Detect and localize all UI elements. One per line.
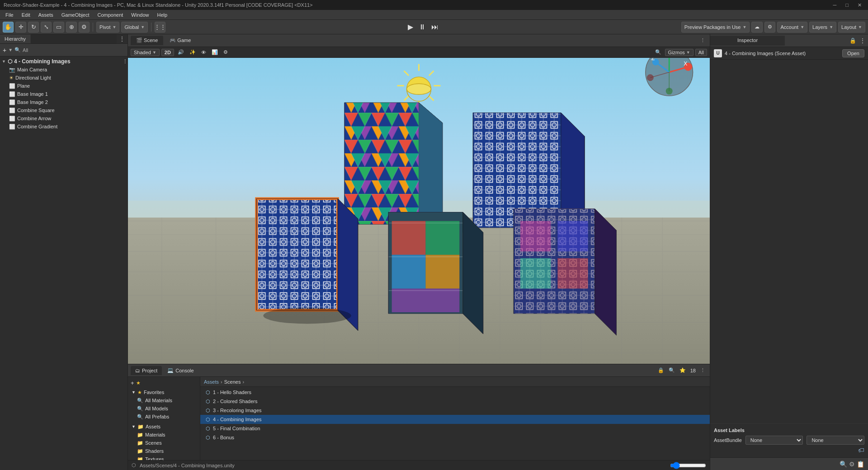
hierarchy-dropdown-btn[interactable]: ▼ [8, 47, 13, 52]
hierarchy-item-combine-gradient[interactable]: ⬜ Combine Gradient [0, 122, 127, 131]
pivot-chevron: ▼ [112, 25, 116, 29]
hierarchy-item-combine-square[interactable]: ⬜ Combine Square [0, 106, 127, 114]
menu-help[interactable]: Help [153, 11, 171, 19]
assets-shaders[interactable]: 📁 Shaders [128, 447, 200, 455]
project-breadcrumb: Assets › Scenes › [200, 377, 710, 387]
menu-edit[interactable]: Edit [18, 11, 34, 19]
menu-window[interactable]: Window [127, 11, 152, 19]
scene-options-btn[interactable]: ⋮ [123, 59, 127, 65]
assets-scenes[interactable]: 📁 Scenes [128, 439, 200, 447]
assets-materials[interactable]: 📁 Materials [128, 431, 200, 439]
scale-tool[interactable]: ⤡ [41, 22, 52, 33]
scene-stats-btn[interactable]: 📊 [210, 48, 220, 56]
inspector-bottom-icon-3[interactable]: 📋 [857, 461, 864, 468]
hierarchy-item-main-camera[interactable]: 📷 Main Camera [0, 66, 127, 74]
console-tab[interactable]: 💻 Console [163, 366, 198, 375]
scene-visibility-btn[interactable]: 👁 [199, 49, 208, 56]
2d-toggle[interactable]: 2D [161, 49, 174, 56]
snap-tool[interactable]: ⋮⋮ [155, 22, 165, 33]
audio-btn[interactable]: 🔊 [176, 48, 186, 56]
breadcrumb-scenes[interactable]: Scenes [224, 379, 241, 385]
hierarchy-item-base-image-2[interactable]: ⬜ Base Image 2 [0, 98, 127, 106]
favorites-all-materials[interactable]: 🔍 All Materials [128, 396, 200, 404]
inspector-options-btn[interactable]: ⋮ [857, 38, 868, 44]
menu-assets[interactable]: Assets [35, 11, 57, 19]
global-dropdown[interactable]: Global ▼ [121, 22, 148, 33]
scene-icon-5: ⬡ [206, 426, 210, 432]
services-button[interactable]: ⚙ [764, 22, 775, 33]
cloud-button[interactable]: ☁ [751, 22, 763, 33]
transform-tool[interactable]: ⊕ [66, 22, 77, 33]
rotate-tool[interactable]: ↻ [28, 22, 39, 33]
scene-file-6[interactable]: ⬡ 6 - Bonus [200, 433, 710, 442]
titlebar-controls[interactable]: ─ □ ✕ [830, 2, 864, 8]
hierarchy-add-btn[interactable]: + [3, 47, 6, 54]
layers-dropdown[interactable]: Layers ▼ [809, 22, 836, 33]
pause-button[interactable]: ⏸ [417, 23, 428, 31]
open-scene-button[interactable]: Open [842, 49, 864, 57]
project-lock-btn[interactable]: 🔒 [656, 367, 666, 374]
scene-file-3[interactable]: ⬡ 3 - Recoloring Images [200, 406, 710, 415]
project-search-btn[interactable]: 🔍 [667, 367, 677, 374]
all-dropdown[interactable]: All [695, 49, 707, 56]
inspector-lock-btn[interactable]: 🔒 [849, 37, 857, 45]
vp-search-btn[interactable]: 🔍 [653, 48, 663, 56]
scene-more-btn[interactable]: ⚙ [222, 48, 230, 56]
inspector-bottom-icon-1[interactable]: 🔍 [840, 461, 847, 468]
hierarchy-item-combine-arrow[interactable]: ⬜ Combine Arrow [0, 114, 127, 122]
menu-gameobject[interactable]: GameObject [58, 11, 93, 19]
favorites-header[interactable]: ▼ ★ Favorites [128, 388, 200, 396]
rect-tool[interactable]: ▭ [53, 22, 64, 33]
layout-dropdown[interactable]: Layout ▼ [838, 22, 865, 33]
asset-bundle-dropdown-2[interactable]: None [807, 436, 864, 445]
custom-tool[interactable]: ⚙ [79, 22, 90, 33]
project-add-btn[interactable]: + [131, 380, 134, 386]
breadcrumb-assets[interactable]: Assets [204, 379, 219, 385]
project-star-btn[interactable]: ⭐ [678, 367, 688, 374]
preview-packages-dropdown[interactable]: Preview Packages in Use ▼ [681, 22, 750, 33]
zoom-slider[interactable] [670, 462, 706, 469]
close-button[interactable]: ✕ [855, 2, 864, 8]
hierarchy-panel: Hierarchy ⋮ + ▼ 🔍 All ▼ ⬡ 4 - Combining … [0, 34, 128, 470]
step-button[interactable]: ⏭ [429, 23, 440, 31]
assets-header[interactable]: ▼ 📁 Assets [128, 423, 200, 431]
scene-file-4[interactable]: ⬡ 4 - Combining Images [200, 415, 710, 424]
scene-file-2[interactable]: ⬡ 2 - Colored Shaders [200, 397, 710, 406]
game-tab[interactable]: 🎮 Game [164, 36, 196, 45]
shading-mode-dropdown[interactable]: Shaded ▼ [131, 49, 160, 56]
status-scene-icon: ⬡ [132, 462, 136, 468]
inspector-bottom-icon-2[interactable]: ⚙ [849, 461, 855, 468]
hierarchy-item-directional-light[interactable]: ☀ Directional Light [0, 74, 127, 82]
asset-bundle-dropdown-1[interactable]: None [745, 436, 803, 445]
scene-tab[interactable]: 🎬 Scene [131, 36, 163, 45]
project-tab[interactable]: 🗂 Project [131, 366, 162, 375]
maximize-button[interactable]: □ [843, 2, 851, 8]
pivot-dropdown[interactable]: Pivot ▼ [96, 22, 119, 33]
minimize-button[interactable]: ─ [830, 2, 840, 8]
hierarchy-item-base-image-1[interactable]: ⬜ Base Image 1 [0, 90, 127, 98]
project-options-btn[interactable]: ⋮ [698, 367, 707, 374]
favorites-all-models[interactable]: 🔍 All Models [128, 404, 200, 413]
account-dropdown[interactable]: Account ▼ [777, 22, 807, 33]
hierarchy-scene-root[interactable]: ▼ ⬡ 4 - Combining Images ⋮ [0, 57, 127, 66]
hand-tool[interactable]: ✋ [3, 22, 14, 33]
viewport-3d[interactable]: X Y Z [128, 58, 710, 364]
scene-file-5[interactable]: ⬡ 5 - Final Combination [200, 424, 710, 433]
hierarchy-item-plane[interactable]: ⬜ Plane [0, 82, 127, 90]
hierarchy-tab[interactable]: Hierarchy [0, 34, 31, 43]
menu-file[interactable]: File [2, 11, 17, 19]
viewport-options-btn[interactable]: ⋮ [698, 37, 707, 44]
favorites-all-prefabs[interactable]: 🔍 All Prefabs [128, 413, 200, 421]
menu-component[interactable]: Component [94, 11, 127, 19]
asset-labels-icon[interactable]: 🏷 [858, 446, 864, 454]
assets-textures[interactable]: 📁 Textures [128, 455, 200, 460]
inspector-tab[interactable]: Inspector [710, 36, 785, 46]
effects-btn[interactable]: ✨ [188, 48, 198, 56]
play-button[interactable]: ▶ [406, 23, 415, 31]
status-bar: ⬡ Assets/Scenes/4 - Combining Images.uni… [128, 460, 710, 470]
scene-file-1[interactable]: ⬡ 1 - Hello Shaders [200, 388, 710, 397]
move-tool[interactable]: ✛ [15, 22, 26, 33]
hierarchy-menu-btn[interactable]: ⋮ [117, 34, 127, 43]
gizmos-dropdown[interactable]: Gizmos ▼ [665, 49, 693, 56]
svg-rect-87 [520, 221, 551, 251]
